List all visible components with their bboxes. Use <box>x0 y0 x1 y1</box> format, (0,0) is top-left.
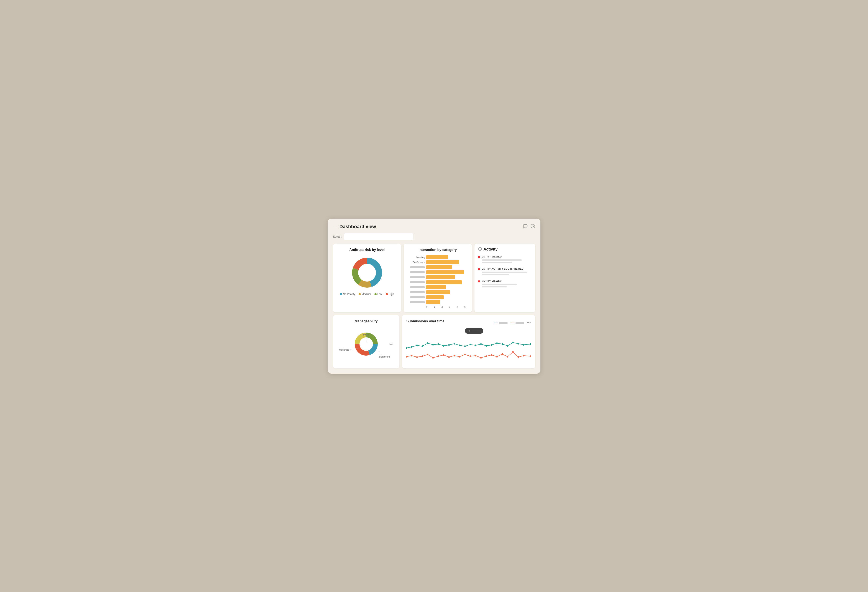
svg-point-36 <box>512 342 514 343</box>
label-moderate: Moderate <box>339 348 349 351</box>
chat-icon[interactable] <box>523 224 528 230</box>
svg-point-63 <box>530 355 531 357</box>
svg-point-51 <box>464 354 466 355</box>
svg-point-58 <box>502 353 503 355</box>
interaction-title: Interaction by category <box>408 248 468 252</box>
bar-row-7 <box>410 285 466 289</box>
svg-point-17 <box>411 346 412 348</box>
svg-point-30 <box>480 343 482 345</box>
bar-row-6 <box>410 280 466 284</box>
dashboard-container: ← Dashboard view Select: Antitrust risk … <box>328 219 540 374</box>
label-minor: Minor <box>363 333 369 336</box>
manageability-card: Manageability Minor Low Significant Mode… <box>333 315 400 369</box>
svg-point-53 <box>475 355 477 357</box>
svg-point-23 <box>443 345 444 347</box>
manageability-donut-wrap: Minor Low Significant Moderate <box>337 327 395 361</box>
svg-point-33 <box>496 342 498 344</box>
activity-dot-2 <box>478 280 480 283</box>
interaction-card: Interaction by category Meeting Conferen… <box>404 244 472 312</box>
activity-item-1: ENTITY ACTIVITY LOG IS VIEWED <box>478 268 532 275</box>
line-chart-container: Submissions over time • <box>406 319 531 364</box>
legend-low: Low <box>375 293 382 296</box>
bar-label-conference: Conference <box>410 261 425 263</box>
line-chart-header: Submissions over time • <box>406 319 531 327</box>
svg-point-20 <box>427 342 428 344</box>
line-chart-legend <box>494 322 524 324</box>
svg-point-54 <box>480 357 482 359</box>
legend-medium: Medium <box>359 293 371 296</box>
header: ← Dashboard view <box>333 224 535 230</box>
antitrust-donut <box>337 255 397 290</box>
three-dots-button[interactable]: ••• <box>527 321 531 325</box>
label-low: Low <box>389 343 393 345</box>
tooltip-bubble: ● ───── <box>465 328 483 334</box>
bar-chart: Meeting Conference <box>408 255 468 308</box>
bar-row-conference: Conference <box>410 260 466 264</box>
antitrust-card: Antitrust risk by level <box>333 244 401 312</box>
manageability-title: Manageability <box>337 319 395 323</box>
activity-type-2: ENTITY VIEWED <box>482 280 502 282</box>
svg-point-19 <box>422 345 423 347</box>
activity-title: Activity <box>484 247 497 252</box>
svg-point-16 <box>406 347 407 349</box>
top-grid: Antitrust risk by level <box>333 244 535 312</box>
svg-point-31 <box>486 345 487 347</box>
svg-point-44 <box>427 354 428 355</box>
antitrust-legend: No Priority Medium Low High <box>337 293 397 296</box>
activity-item-2: ENTITY VIEWED <box>478 280 532 287</box>
svg-point-56 <box>491 354 493 356</box>
select-label: Select: <box>333 235 342 238</box>
history-icon[interactable] <box>530 224 535 230</box>
bar-row-10 <box>410 300 466 304</box>
activity-dot-0 <box>478 256 480 258</box>
svg-point-15 <box>360 338 372 350</box>
bar-row-4 <box>410 270 466 274</box>
svg-point-42 <box>416 356 418 358</box>
select-input[interactable] <box>344 233 413 240</box>
bar-row-8 <box>410 290 466 294</box>
svg-point-5 <box>359 264 375 281</box>
page-title: Dashboard view <box>340 224 376 229</box>
svg-point-29 <box>475 345 477 346</box>
svg-point-26 <box>459 345 461 346</box>
select-row: Select: <box>333 233 535 240</box>
svg-point-55 <box>486 355 487 357</box>
submissions-title: Submissions over time <box>406 319 444 323</box>
activity-type-1: ENTITY ACTIVITY LOG IS VIEWED <box>482 268 524 270</box>
bar-row-9 <box>410 295 466 299</box>
svg-point-34 <box>502 343 503 345</box>
bar-axis: 012345 <box>426 305 466 308</box>
activity-header: Activity <box>478 247 532 252</box>
label-significant: Significant <box>379 355 390 358</box>
svg-point-59 <box>507 356 509 358</box>
activity-type-0: ENTITY VIEWED <box>482 255 502 258</box>
activity-item-0: ENTITY VIEWED <box>478 255 532 263</box>
submissions-card: Submissions over time • <box>402 315 535 369</box>
svg-point-21 <box>433 344 434 346</box>
svg-point-18 <box>416 345 418 346</box>
svg-point-46 <box>438 355 439 357</box>
svg-point-48 <box>448 356 450 358</box>
back-button[interactable]: ← <box>333 225 337 229</box>
svg-point-62 <box>523 355 524 357</box>
svg-point-22 <box>438 343 439 345</box>
bottom-grid: Manageability Minor Low Significant Mode… <box>333 315 535 369</box>
svg-point-27 <box>464 345 466 347</box>
svg-point-47 <box>443 354 444 356</box>
activity-dot-1 <box>478 268 480 270</box>
legend-series2 <box>510 322 524 324</box>
svg-point-45 <box>433 357 434 359</box>
svg-point-40 <box>406 356 407 358</box>
svg-point-28 <box>470 343 471 345</box>
legend-no-priority: No Priority <box>340 293 355 296</box>
bar-label-meeting: Meeting <box>410 256 425 259</box>
legend-high: High <box>386 293 394 296</box>
svg-point-37 <box>518 343 519 345</box>
svg-point-35 <box>507 345 509 347</box>
svg-point-61 <box>518 356 519 358</box>
svg-point-60 <box>512 351 514 353</box>
activity-panel: Activity ENTITY VIEWED ENTITY ACTIVITY L… <box>474 244 535 312</box>
bar-row-5 <box>410 275 466 279</box>
svg-point-32 <box>491 344 493 346</box>
bar-row-3 <box>410 265 466 269</box>
